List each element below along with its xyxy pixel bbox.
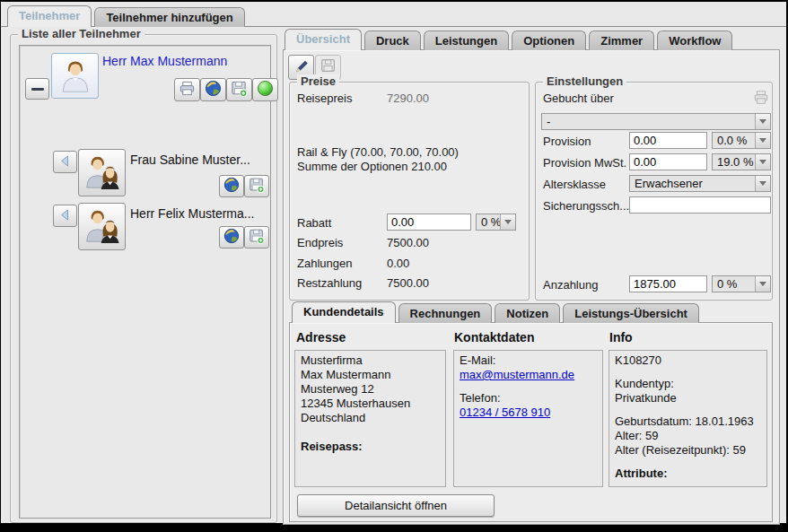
telefon-link[interactable]: 01234 / 5678 910 [460, 406, 597, 420]
provision-percent-select[interactable]: 0.0 % [712, 132, 771, 149]
participant-row[interactable]: Herr Max Mustermann [20, 46, 270, 144]
web-participant-button[interactable] [200, 78, 226, 101]
tab-leistungs-uebersicht[interactable]: Leistungs-Übersicht [563, 303, 699, 323]
mwst-percent-select[interactable]: 19.0 % [712, 153, 771, 170]
sicherungsschein-input[interactable] [629, 196, 771, 214]
rabatt-percent-select[interactable]: 0 % [476, 214, 516, 231]
anzahlung-percent-select[interactable]: 0 % [712, 275, 771, 292]
info-box: K108270 Kundentyp: Privatkunde Geburtsda… [609, 350, 767, 487]
reisepreis-label: Reisepreis [297, 92, 352, 105]
participant-status-button[interactable] [252, 78, 278, 101]
remove-participant-button[interactable] [25, 78, 49, 100]
chevron-down-icon [755, 276, 770, 292]
tab-teilnehmer-hinzufuegen[interactable]: Teilnehmer hinzufügen [94, 7, 244, 27]
reisepass-label: Reisepass: [301, 440, 440, 454]
email-link[interactable]: max@mustermann.de [460, 368, 597, 382]
reisepreis-value: 7290.00 [387, 92, 429, 105]
tab-optionen[interactable]: Optionen [512, 31, 586, 50]
participant-row[interactable]: Frau Sabine Muster... [20, 144, 270, 196]
adresse-line: Musterfirma [301, 353, 440, 368]
save-participant-button[interactable] [244, 175, 269, 197]
endpreis-label: Endpreis [297, 236, 343, 249]
anzahlung-input[interactable] [629, 275, 707, 292]
save-icon [231, 80, 248, 100]
couple-avatar [83, 205, 122, 248]
adresse-header: Adresse [296, 330, 346, 344]
arrow-left-icon [57, 207, 73, 225]
kontakt-box: E-Mail: max@mustermann.de Telefon: 01234… [453, 350, 603, 487]
participant-name: Herr Max Mustermann [102, 54, 227, 68]
web-participant-button[interactable] [219, 226, 244, 249]
couple-avatar [83, 152, 122, 194]
provision-input[interactable] [629, 132, 707, 149]
email-label: E-Mail: [460, 353, 597, 368]
tab-workflow[interactable]: Workflow [657, 31, 732, 50]
participant-avatar-button[interactable] [51, 53, 99, 99]
participant-avatar-button[interactable] [78, 149, 126, 196]
save-participant-button[interactable] [226, 78, 252, 101]
chevron-down-icon [755, 154, 770, 170]
gebucht-ueber-label: Gebucht über [543, 92, 614, 105]
mwst-percent-value: 19.0 % [713, 155, 755, 169]
detailansicht-button[interactable]: Detailansicht öffnen [297, 494, 495, 517]
tab-notizen[interactable]: Notizen [495, 303, 560, 323]
rabatt-label: Rabatt [297, 216, 331, 230]
select-participant-button[interactable] [53, 205, 77, 227]
participants-groupbox-title: Liste aller Teilnehmer [18, 27, 144, 40]
chevron-down-icon [500, 214, 515, 230]
tab-leistungen[interactable]: Leistungen [424, 31, 509, 50]
geburtsdatum: Geburtsdatum: 18.01.1963 [615, 414, 761, 429]
globe-icon [205, 80, 222, 100]
participant-name: Herr Felix Musterma... [130, 206, 254, 221]
web-participant-button[interactable] [219, 175, 244, 197]
zahlungen-value: 0.00 [387, 257, 409, 270]
adresse-line: Deutschland [301, 411, 440, 425]
altersklasse-value: Erwachsener [630, 177, 755, 190]
zahlungen-label: Zahlungen [297, 257, 352, 270]
restzahlung-label: Restzahlung [297, 276, 362, 290]
print-participant-button[interactable] [174, 78, 200, 101]
info-header: Info [609, 330, 633, 344]
tab-zimmer[interactable]: Zimmer [589, 31, 654, 50]
arrow-left-icon [57, 153, 73, 171]
status-green-icon [257, 80, 274, 100]
tab-teilnehmer[interactable]: Teilnehmer [7, 5, 92, 27]
provision-percent-value: 0.0 % [713, 134, 755, 147]
printer-icon-disabled [753, 90, 769, 108]
chevron-down-icon [755, 176, 770, 191]
gebucht-ueber-select[interactable]: - [541, 113, 771, 130]
participant-name: Frau Sabine Muster... [130, 153, 250, 167]
provision-label: Provision [543, 135, 591, 148]
restzahlung-value: 7500.00 [387, 276, 429, 290]
printer-icon [179, 81, 196, 99]
provision-mwst-input[interactable] [629, 153, 707, 170]
options-line2: Summe der Optionen 210.00 [297, 160, 447, 173]
einstellungen-title: Einstellungen [543, 74, 626, 88]
chevron-down-icon [755, 114, 770, 129]
gebucht-ueber-value: - [542, 115, 755, 128]
attribute-label: Attribute: [615, 467, 761, 481]
sicherungsschein-label: Sicherungssch... [543, 199, 629, 213]
tab-druck[interactable]: Druck [364, 31, 421, 50]
globe-icon [223, 228, 240, 247]
endpreis-value: 7500.00 [387, 236, 429, 249]
options-line1: Rail & Fly (70.00, 70.00, 70.00) [297, 145, 459, 159]
participant-row[interactable]: Herr Felix Musterma... [20, 196, 270, 249]
tab-uebersicht[interactable]: Übersicht [285, 29, 362, 50]
save-icon [249, 177, 265, 196]
kundentyp-label: Kundentyp: [615, 377, 761, 391]
select-participant-button[interactable] [53, 151, 77, 173]
participant-avatar-button[interactable] [78, 203, 126, 250]
altersklasse-label: Altersklasse [543, 178, 606, 191]
tab-rechnungen[interactable]: Rechnungen [398, 303, 493, 323]
altersklasse-select[interactable]: Erwachsener [629, 175, 771, 192]
participant-list: Herr Max Mustermann [19, 45, 271, 519]
rabatt-input[interactable] [387, 214, 471, 231]
tab-kundendetails[interactable]: Kundendetails [292, 301, 396, 323]
telefon-label: Telefon: [460, 391, 597, 406]
save-participant-button[interactable] [244, 226, 269, 249]
adresse-line: 12345 Musterhausen [301, 397, 440, 411]
rabatt-percent-value: 0 % [477, 215, 500, 229]
alter-reisezeitpunkt: Alter (Reisezeitpunkt): 59 [615, 443, 761, 458]
adresse-line: Max Mustermann [301, 368, 440, 382]
